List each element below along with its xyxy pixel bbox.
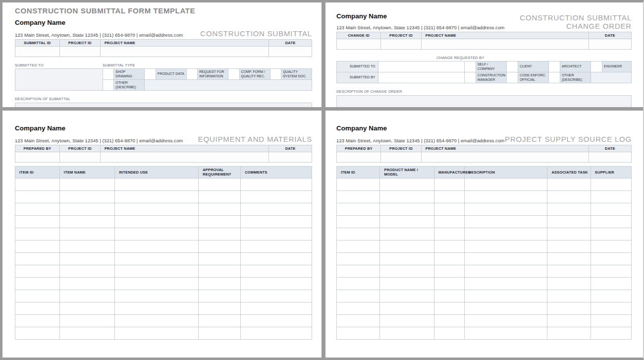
empty-cell[interactable] [337,190,380,203]
checkbox-cell[interactable] [145,69,156,80]
empty-cell[interactable] [199,252,241,265]
submitted-to-field[interactable] [15,68,103,91]
empty-cell[interactable] [241,314,312,327]
empty-cell[interactable] [590,314,631,327]
empty-cell[interactable] [59,228,114,240]
empty-cell[interactable] [380,265,434,277]
empty-cell[interactable] [241,302,312,314]
prepared-by-field[interactable] [15,152,60,163]
checkbox-cell[interactable] [506,61,518,72]
empty-cell[interactable] [380,228,434,240]
empty-cell[interactable] [59,265,114,277]
empty-cell[interactable] [115,240,199,252]
empty-cell[interactable] [115,314,199,327]
checkbox-cell[interactable] [506,72,518,83]
empty-cell[interactable] [115,252,199,265]
empty-cell[interactable] [547,240,590,252]
empty-cell[interactable] [464,290,547,302]
submitted-by-field[interactable] [378,72,464,83]
empty-cell[interactable] [464,327,547,339]
empty-cell[interactable] [434,252,464,265]
empty-cell[interactable] [434,302,464,314]
empty-cell[interactable] [590,178,631,190]
empty-cell[interactable] [380,290,434,302]
checkbox-cell[interactable] [186,69,197,80]
empty-cell[interactable] [380,302,434,314]
empty-cell[interactable] [115,178,199,190]
empty-cell[interactable] [199,228,241,240]
empty-cell[interactable] [337,240,380,252]
empty-cell[interactable] [241,240,312,252]
empty-cell[interactable] [337,327,380,339]
empty-cell[interactable] [241,265,312,277]
empty-cell[interactable] [380,178,434,190]
empty-cell[interactable] [590,277,631,290]
empty-cell[interactable] [241,190,312,203]
empty-cell[interactable] [434,215,464,228]
checkbox-cell[interactable] [228,69,239,80]
empty-cell[interactable] [547,290,590,302]
empty-cell[interactable] [464,178,547,190]
empty-cell[interactable] [590,302,631,314]
empty-cell[interactable] [59,302,114,314]
empty-cell[interactable] [59,240,114,252]
empty-cell[interactable] [241,203,312,215]
project-name-field[interactable] [421,152,589,163]
empty-cell[interactable] [547,277,590,290]
empty-cell[interactable] [199,290,241,302]
empty-cell[interactable] [380,252,434,265]
empty-cell[interactable] [337,302,380,314]
empty-cell[interactable] [15,277,60,290]
empty-cell[interactable] [464,203,547,215]
empty-cell[interactable] [59,252,114,265]
empty-cell[interactable] [15,290,60,302]
empty-cell[interactable] [15,178,60,190]
empty-cell[interactable] [199,265,241,277]
empty-cell[interactable] [464,265,547,277]
empty-cell[interactable] [115,190,199,203]
project-name-field[interactable] [421,39,589,50]
empty-cell[interactable] [199,190,241,203]
empty-cell[interactable] [115,302,199,314]
empty-cell[interactable] [115,215,199,228]
empty-cell[interactable] [15,228,60,240]
empty-cell[interactable] [59,327,114,339]
empty-cell[interactable] [15,240,60,252]
empty-cell[interactable] [15,215,60,228]
empty-cell[interactable] [241,178,312,190]
empty-cell[interactable] [434,327,464,339]
empty-cell[interactable] [241,228,312,240]
empty-cell[interactable] [547,302,590,314]
empty-cell[interactable] [590,252,631,265]
submittal-id-field[interactable] [15,47,60,57]
empty-cell[interactable] [590,290,631,302]
empty-cell[interactable] [547,178,590,190]
other-describe-field[interactable] [590,72,631,83]
empty-cell[interactable] [380,203,434,215]
empty-cell[interactable] [337,228,380,240]
empty-cell[interactable] [15,252,60,265]
empty-cell[interactable] [547,314,590,327]
empty-cell[interactable] [590,215,631,228]
empty-cell[interactable] [199,327,241,339]
project-name-field[interactable] [100,152,268,163]
empty-cell[interactable] [380,314,434,327]
empty-cell[interactable] [241,277,312,290]
empty-cell[interactable] [590,265,631,277]
project-id-field[interactable] [381,39,422,50]
empty-cell[interactable] [547,265,590,277]
empty-cell[interactable] [547,215,590,228]
empty-cell[interactable] [15,314,60,327]
empty-cell[interactable] [434,228,464,240]
prepared-by-field[interactable] [337,152,381,163]
date-field[interactable] [589,152,631,163]
empty-cell[interactable] [434,314,464,327]
empty-cell[interactable] [199,314,241,327]
empty-cell[interactable] [464,277,547,290]
empty-cell[interactable] [434,240,464,252]
empty-cell[interactable] [547,203,590,215]
empty-cell[interactable] [434,178,464,190]
empty-cell[interactable] [115,265,199,277]
submitted-to-field[interactable] [378,61,464,72]
empty-cell[interactable] [337,265,380,277]
